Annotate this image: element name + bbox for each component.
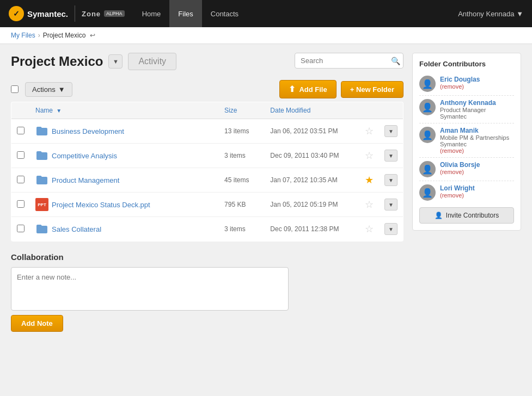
contributor-name[interactable]: Aman Manik: [440, 127, 514, 134]
file-size: 3 items: [219, 144, 265, 168]
contributor-role: Product Manager: [440, 107, 514, 113]
file-table: Name ▼ Size Date Modified: [11, 102, 403, 242]
col-size[interactable]: Size: [224, 107, 237, 114]
collaboration-section: Collaboration Add Note: [11, 252, 403, 332]
file-date: Dec 09, 2011 12:38 PM: [265, 217, 359, 242]
logo-area: ✓ Symantec. Zone ALPHA: [9, 5, 125, 22]
logo-text: Symantec.: [27, 9, 68, 18]
star-icon[interactable]: ☆: [365, 199, 374, 210]
file-name-cell: Product Management: [35, 174, 213, 187]
select-all-checkbox[interactable]: [11, 85, 19, 93]
table-row: Product Management 45 items Jan 07, 2012…: [11, 168, 403, 193]
avatar-icon: 👤: [422, 102, 433, 113]
remove-link[interactable]: (remove): [440, 169, 514, 175]
table-row: Business Development 13 items Jan 06, 20…: [11, 119, 403, 144]
remove-link[interactable]: (remove): [440, 147, 514, 154]
file-name-link[interactable]: Competitive Analysis: [52, 152, 117, 160]
upload-icon: ⬆: [289, 84, 296, 94]
row-checkbox[interactable]: [17, 151, 25, 159]
row-action-button[interactable]: ▼: [384, 223, 398, 235]
contributor-name[interactable]: Anthony Kennada: [440, 99, 514, 107]
nav-contacts[interactable]: Contacts: [202, 0, 247, 27]
top-nav: ✓ Symantec. Zone ALPHA Home Files Contac…: [0, 0, 532, 27]
file-name-link[interactable]: Product Management: [52, 176, 119, 184]
row-action-button[interactable]: ▼: [384, 125, 398, 137]
star-cell: ☆: [359, 144, 379, 168]
file-name-link[interactable]: Project Mexico Status Deck.ppt: [52, 201, 150, 209]
star-icon[interactable]: ☆: [365, 150, 374, 161]
file-name-link[interactable]: Business Development: [52, 127, 124, 135]
row-checkbox[interactable]: [17, 200, 25, 208]
breadcrumb-back-icon[interactable]: ↩: [90, 32, 95, 39]
star-cell: ☆: [359, 217, 379, 242]
star-icon[interactable]: ★: [365, 175, 374, 185]
invite-contributors-button[interactable]: 👤 Invite Contributors: [419, 207, 514, 224]
add-file-label: Add File: [299, 85, 327, 94]
avatar-icon: 👤: [422, 130, 433, 140]
file-name-cell: Business Development: [35, 125, 213, 138]
actions-label: Actions: [32, 85, 56, 94]
sidebar: Folder Contributors 👤 Eric Douglas (remo…: [412, 53, 521, 332]
folder-icon: [35, 125, 48, 138]
avatar: 👤: [419, 76, 436, 92]
alpha-badge: ALPHA: [104, 10, 125, 17]
invite-label: Invite Contributors: [446, 212, 499, 219]
contributor-item: 👤 Eric Douglas (remove): [419, 72, 514, 96]
add-note-button[interactable]: Add Note: [11, 315, 63, 332]
contributor-org: Symantec: [440, 141, 514, 147]
file-size: 13 items: [219, 119, 265, 144]
col-date[interactable]: Date Modified: [270, 107, 310, 114]
new-folder-button[interactable]: + New Folder: [341, 81, 403, 98]
avatar-icon: 👤: [422, 188, 433, 198]
avatar: 👤: [419, 184, 436, 201]
breadcrumb-root[interactable]: My Files: [11, 32, 35, 39]
contributors-title: Folder Contributors: [419, 60, 514, 68]
star-icon[interactable]: ☆: [365, 224, 374, 234]
file-date: Dec 09, 2011 03:40 PM: [265, 144, 359, 168]
search-input[interactable]: [295, 53, 403, 69]
row-checkbox[interactable]: [17, 176, 25, 183]
file-name-link[interactable]: Sales Collateral: [52, 225, 101, 233]
contributor-name[interactable]: Lori Wright: [440, 184, 514, 192]
star-icon[interactable]: ☆: [365, 126, 374, 137]
add-file-button[interactable]: ⬆ Add File: [279, 80, 336, 98]
file-date: Jan 06, 2012 03:51 PM: [265, 119, 359, 144]
remove-link[interactable]: (remove): [440, 83, 514, 90]
row-checkbox[interactable]: [17, 225, 25, 232]
search-button[interactable]: 🔍: [391, 57, 400, 65]
file-date: Jan 05, 2012 05:19 PM: [265, 193, 359, 217]
title-dropdown-button[interactable]: ▼: [108, 54, 123, 69]
breadcrumb-bar: My Files › Project Mexico ↩: [0, 27, 532, 44]
avatar: 👤: [419, 161, 436, 177]
file-date: Jan 07, 2012 10:35 AM: [265, 168, 359, 193]
file-size: 795 KB: [219, 193, 265, 217]
star-cell: ☆: [359, 193, 379, 217]
row-action-button[interactable]: ▼: [384, 199, 398, 211]
folder-icon: [35, 222, 48, 236]
file-size: 3 items: [219, 217, 265, 242]
actions-button[interactable]: Actions ▼: [25, 82, 72, 97]
remove-link[interactable]: (remove): [440, 192, 514, 199]
collaboration-title: Collaboration: [11, 252, 403, 262]
avatar: 👤: [419, 127, 436, 143]
contributor-name[interactable]: Eric Douglas: [440, 76, 514, 83]
nav-user[interactable]: Anthony Kennada ▼: [458, 10, 523, 18]
activity-button[interactable]: Activity: [128, 53, 176, 70]
contributor-role: Mobile PM & Partnerships: [440, 134, 514, 141]
logo-checkmark: ✓: [9, 6, 24, 21]
avatar-icon: 👤: [422, 79, 433, 89]
col-name[interactable]: Name: [35, 107, 53, 114]
avatar: 👤: [419, 99, 436, 115]
invite-person-icon: 👤: [435, 212, 443, 219]
nav-files[interactable]: Files: [169, 0, 201, 27]
contributor-info: Eric Douglas (remove): [440, 76, 514, 90]
row-action-button[interactable]: ▼: [384, 150, 398, 162]
collaboration-textarea[interactable]: [11, 267, 289, 311]
contributor-name[interactable]: Olivia Borsje: [440, 161, 514, 169]
toolbar: Actions ▼ ⬆ Add File + New Folder: [11, 77, 403, 102]
nav-home[interactable]: Home: [133, 0, 170, 27]
row-action-button[interactable]: ▼: [384, 174, 398, 186]
contributor-org: Symantec: [440, 113, 514, 120]
row-checkbox[interactable]: [17, 127, 25, 134]
file-name-cell: Sales Collateral: [35, 222, 213, 236]
